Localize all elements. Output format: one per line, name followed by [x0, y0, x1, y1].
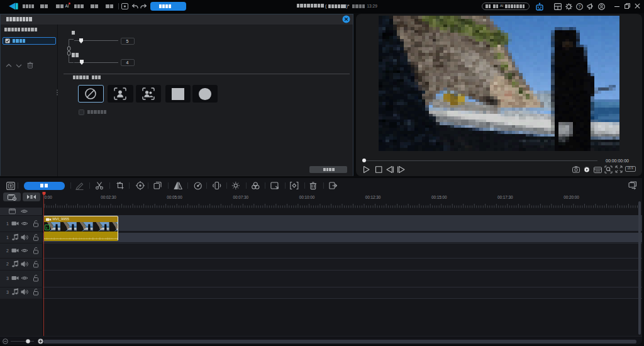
svg-text:2: 2 [6, 262, 9, 266]
svg-text:3: 3 [6, 290, 9, 294]
svg-text:1: 1 [6, 221, 9, 226]
svg-text:3: 3 [6, 276, 9, 281]
svg-text:2: 2 [6, 248, 9, 253]
svg-text:1: 1 [6, 235, 9, 240]
